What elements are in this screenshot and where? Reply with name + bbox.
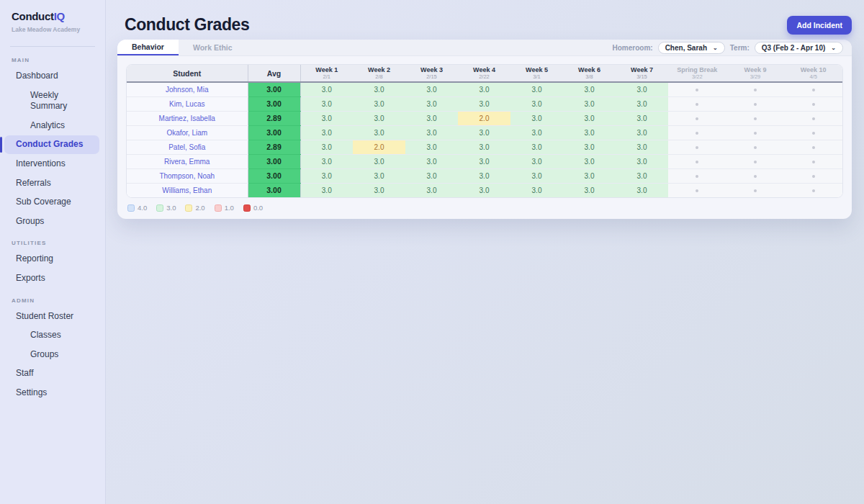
score-cell-week-5[interactable]: 3.0	[510, 125, 563, 140]
score-cell-week-6[interactable]: 3.0	[563, 183, 616, 197]
future-score-cell	[668, 140, 726, 154]
score-cell-week-1[interactable]: 3.0	[300, 183, 353, 197]
score-cell-week-1[interactable]: 3.0	[300, 96, 353, 111]
score-cell-week-4[interactable]: 2.0	[458, 111, 510, 125]
score-cell-week-7[interactable]: 3.0	[616, 125, 668, 140]
score-cell-week-7[interactable]: 3.0	[616, 154, 668, 168]
term-select[interactable]: Q3 (Feb 2 - Apr 10) ⌄	[755, 42, 843, 54]
sidebar-item-groups[interactable]: Groups	[4, 212, 99, 231]
score-cell-week-5[interactable]: 3.0	[510, 168, 563, 183]
score-cell-week-6[interactable]: 3.0	[563, 140, 616, 154]
empty-score-dot-icon	[754, 175, 757, 178]
score-cell-week-7[interactable]: 3.0	[616, 111, 668, 125]
student-name-cell[interactable]: Williams, Ethan	[127, 183, 248, 197]
week-date: 3/29	[726, 73, 785, 80]
student-name-cell[interactable]: Okafor, Liam	[127, 125, 248, 140]
homeroom-label: Homeroom:	[613, 44, 653, 52]
score-cell-week-6[interactable]: 3.0	[563, 96, 616, 111]
homeroom-select[interactable]: Chen, Sarah ⌄	[658, 42, 725, 54]
week-label: Week 9	[726, 66, 785, 74]
empty-score-dot-icon	[696, 103, 698, 106]
student-name-cell[interactable]: Kim, Lucas	[127, 96, 248, 111]
score-cell-week-2[interactable]: 3.0	[353, 82, 405, 96]
score-cell-week-4[interactable]: 3.0	[458, 125, 510, 140]
sidebar-item-sub-coverage[interactable]: Sub Coverage	[4, 193, 99, 212]
empty-score-dot-icon	[696, 189, 698, 192]
score-cell-week-4[interactable]: 3.0	[458, 96, 510, 111]
sidebar-item-groups[interactable]: Groups	[4, 346, 99, 364]
grades-table-wrap: Student Avg Week 12/1Week 22/8Week 32/15…	[126, 64, 843, 198]
score-cell-week-4[interactable]: 3.0	[458, 140, 510, 154]
score-cell-week-1[interactable]: 3.0	[300, 111, 353, 125]
score-cell-week-2[interactable]: 3.0	[353, 111, 405, 125]
score-cell-week-1[interactable]: 3.0	[300, 168, 353, 183]
tab-work-ethic[interactable]: Work Ethic	[179, 40, 247, 55]
sidebar-item-exports[interactable]: Exports	[4, 269, 99, 288]
student-name-cell[interactable]: Patel, Sofia	[127, 140, 248, 154]
score-cell-week-7[interactable]: 3.0	[616, 168, 668, 183]
score-cell-week-3[interactable]: 3.0	[405, 168, 458, 183]
legend-item-2-0: 2.0	[185, 204, 204, 212]
week-column-header-week-5: Week 53/1	[510, 65, 563, 82]
student-name-cell[interactable]: Johnson, Mia	[127, 82, 248, 96]
score-cell-week-5[interactable]: 3.0	[510, 140, 563, 154]
score-cell-week-1[interactable]: 3.0	[300, 82, 353, 96]
score-cell-week-3[interactable]: 3.0	[405, 125, 458, 140]
score-cell-week-7[interactable]: 3.0	[616, 183, 668, 197]
score-cell-week-2[interactable]: 3.0	[353, 154, 405, 168]
score-cell-week-2[interactable]: 3.0	[353, 96, 405, 111]
score-cell-week-3[interactable]: 3.0	[405, 82, 458, 96]
score-cell-week-5[interactable]: 3.0	[510, 111, 563, 125]
legend-item-4-0: 4.0	[127, 204, 147, 212]
score-cell-week-1[interactable]: 3.0	[300, 140, 353, 154]
score-cell-week-5[interactable]: 3.0	[510, 96, 563, 111]
future-score-cell	[784, 125, 842, 140]
score-cell-week-1[interactable]: 3.0	[300, 125, 353, 140]
score-cell-week-4[interactable]: 3.0	[458, 82, 510, 96]
score-cell-week-7[interactable]: 3.0	[616, 140, 668, 154]
score-cell-week-2[interactable]: 2.0	[353, 140, 405, 154]
score-cell-week-5[interactable]: 3.0	[510, 82, 563, 96]
score-cell-week-7[interactable]: 3.0	[616, 82, 668, 96]
tab-behavior[interactable]: Behavior	[117, 40, 179, 55]
score-cell-week-1[interactable]: 3.0	[300, 154, 353, 168]
score-cell-week-5[interactable]: 3.0	[510, 154, 563, 168]
score-cell-week-3[interactable]: 3.0	[405, 140, 458, 154]
score-cell-week-4[interactable]: 3.0	[458, 154, 510, 168]
app-title-accent: IQ	[54, 10, 65, 22]
score-cell-week-3[interactable]: 3.0	[405, 183, 458, 197]
score-cell-week-6[interactable]: 3.0	[563, 125, 616, 140]
score-cell-week-6[interactable]: 3.0	[563, 154, 616, 168]
score-cell-week-3[interactable]: 3.0	[405, 96, 458, 111]
sidebar-item-conduct-grades[interactable]: Conduct Grades	[4, 135, 99, 154]
score-cell-week-2[interactable]: 3.0	[353, 168, 405, 183]
sidebar-item-analytics[interactable]: Analytics	[4, 117, 99, 135]
sidebar-item-dashboard[interactable]: Dashboard	[4, 67, 99, 86]
score-cell-week-4[interactable]: 3.0	[458, 183, 510, 197]
score-cell-week-6[interactable]: 3.0	[563, 82, 616, 96]
score-cell-week-2[interactable]: 3.0	[353, 125, 405, 140]
student-name-cell[interactable]: Rivera, Emma	[127, 154, 248, 168]
table-row-kim-lucas: Kim, Lucas3.003.03.03.03.03.03.03.0	[127, 96, 842, 111]
sidebar-item-classes[interactable]: Classes	[4, 326, 99, 345]
add-incident-button[interactable]: Add Incident	[787, 16, 852, 35]
sidebar-item-student-roster[interactable]: Student Roster	[4, 307, 99, 326]
score-cell-week-3[interactable]: 3.0	[405, 154, 458, 168]
student-name-cell[interactable]: Thompson, Noah	[127, 168, 248, 183]
sidebar-item-staff[interactable]: Staff	[4, 364, 99, 383]
score-cell-week-3[interactable]: 3.0	[405, 111, 458, 125]
sidebar-item-reporting[interactable]: Reporting	[4, 250, 99, 269]
score-cell-week-4[interactable]: 3.0	[458, 168, 510, 183]
student-name-cell[interactable]: Martinez, Isabella	[127, 111, 248, 125]
sidebar-item-weekly-summary[interactable]: Weekly Summary	[4, 86, 99, 116]
score-cell-week-6[interactable]: 3.0	[563, 168, 616, 183]
score-cell-week-7[interactable]: 3.0	[616, 96, 668, 111]
sidebar-item-referrals[interactable]: Referrals	[4, 174, 99, 193]
legend-label: 3.0	[166, 204, 176, 212]
score-cell-week-5[interactable]: 3.0	[510, 183, 563, 197]
score-cell-week-2[interactable]: 3.0	[353, 183, 405, 197]
legend-swatch-icon	[156, 204, 163, 212]
sidebar-item-interventions[interactable]: Interventions	[4, 155, 99, 174]
score-cell-week-6[interactable]: 3.0	[563, 111, 616, 125]
sidebar-item-settings[interactable]: Settings	[4, 384, 99, 402]
